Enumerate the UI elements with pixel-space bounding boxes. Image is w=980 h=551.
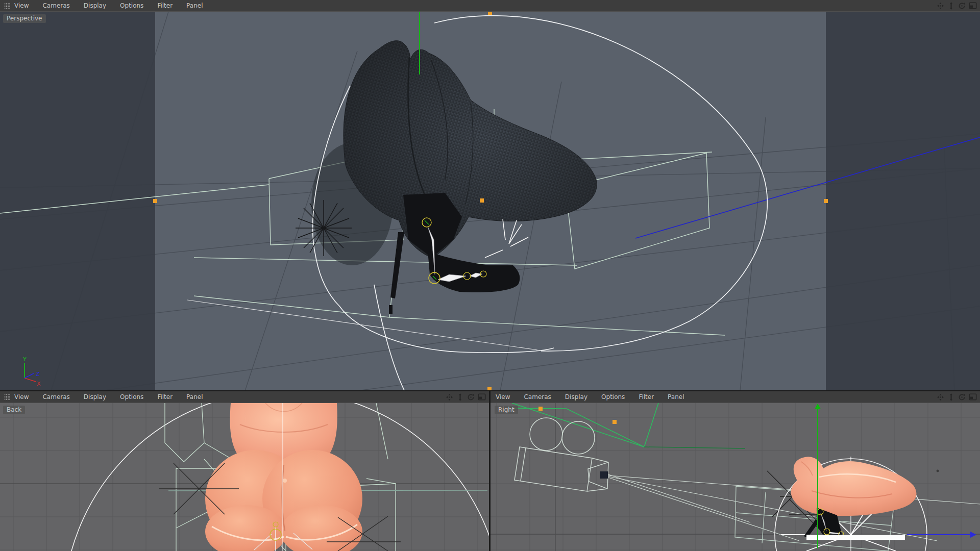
rotate-icon[interactable] [958,393,966,401]
panel-drag-handle-icon[interactable] [4,394,11,400]
viewport-separator-vertical[interactable] [489,390,491,551]
pan-icon[interactable] [937,2,944,10]
menu-cameras[interactable]: Cameras [42,2,69,9]
zoom-icon[interactable] [947,2,955,10]
back-geometry [0,403,489,551]
floor-plane-edge [806,535,905,540]
axis-y-label: Y [22,356,27,363]
menu-cameras[interactable]: Cameras [42,393,69,400]
rotate-icon[interactable] [958,2,966,10]
film-band-left [0,12,155,390]
menu-panel[interactable]: Panel [186,2,203,9]
right-scene[interactable] [491,403,980,551]
axis-z-label: Z [36,371,40,378]
rotate-icon[interactable] [467,393,475,401]
app-window: View Cameras Display Options Filter Pane… [0,0,980,551]
menu-cameras[interactable]: Cameras [524,393,551,400]
menu-options[interactable]: Options [601,393,625,400]
menu-filter[interactable]: Filter [157,393,173,400]
film-band-right [826,12,980,390]
maximize-icon[interactable] [478,393,486,400]
menu-display[interactable]: Display [84,2,106,9]
perspective-menubar: View Cameras Display Options Filter Pane… [0,0,980,12]
camera-lens [600,471,608,479]
menu-panel[interactable]: Panel [186,393,203,400]
viewport-back[interactable]: Back [0,403,489,551]
back-scene[interactable] [0,403,489,551]
menu-options[interactable]: Options [120,393,143,400]
viewport-perspective[interactable]: Perspective [0,12,980,390]
starburst-black [296,200,352,256]
viewport-label-perspective: Perspective [3,14,46,23]
perspective-scene[interactable] [0,12,980,390]
back-menubar: View Cameras Display Options Filter Pane… [0,391,489,403]
viewport-label-right: Right [495,406,518,414]
perspective-geometry [0,12,980,390]
menu-view[interactable]: View [496,393,510,400]
menu-filter[interactable]: Filter [157,2,173,9]
axis-x-label: X [37,381,41,387]
maximize-icon[interactable] [969,2,977,9]
menu-filter[interactable]: Filter [639,393,654,400]
axis-gizmo: Y Z X [9,356,42,387]
menu-view[interactable]: View [14,2,29,9]
menu-display[interactable]: Display [565,393,587,400]
maximize-icon[interactable] [969,393,977,400]
viewport-right[interactable]: Right [491,403,980,551]
menu-display[interactable]: Display [84,393,106,400]
speck [937,470,939,472]
panel-drag-handle-icon[interactable] [4,3,11,9]
pan-icon[interactable] [937,393,944,401]
pan-icon[interactable] [446,393,453,401]
right-menubar: View Cameras Display Options Filter Pane… [491,391,980,403]
zoom-icon[interactable] [456,393,464,401]
zoom-icon[interactable] [947,393,955,401]
viewport-label-back: Back [3,406,25,414]
right-geometry [491,403,980,551]
menu-panel[interactable]: Panel [668,393,684,400]
menu-view[interactable]: View [14,393,29,400]
menu-options[interactable]: Options [120,2,143,9]
